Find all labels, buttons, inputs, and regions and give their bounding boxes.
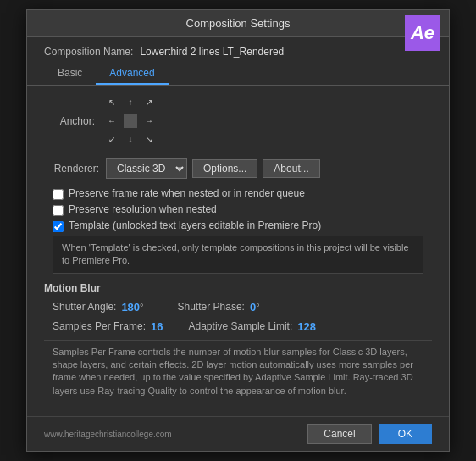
motion-blur-values: Shutter Angle: 180 ° Shutter Phase: 0 ° xyxy=(44,301,432,314)
template-checkbox[interactable] xyxy=(53,221,64,232)
anchor-grid: ↖ ↑ ↗ ← → ↙ ↓ ↘ xyxy=(103,94,158,148)
options-button[interactable]: Options... xyxy=(192,159,257,178)
tabs-container: Basic Advanced xyxy=(27,63,449,86)
shutter-angle-value[interactable]: 180 xyxy=(121,301,140,314)
template-note: When 'Template' is checked, only templat… xyxy=(53,236,423,274)
anchor-row: Anchor: ↖ ↑ ↗ ← → ↙ ↓ ↘ xyxy=(44,94,432,148)
composition-settings-dialog: Composition Settings Ae Composition Name… xyxy=(26,9,450,452)
shutter-phase-label: Shutter Phase: xyxy=(178,301,245,313)
template-label: Template (unlocked text layers editable … xyxy=(69,219,321,231)
renderer-select-wrapper: Classic 3D xyxy=(106,158,187,179)
adaptive-limit-value[interactable]: 128 xyxy=(297,320,316,333)
anchor-s[interactable]: ↓ xyxy=(122,131,139,148)
shutter-phase-value[interactable]: 0 xyxy=(250,301,256,314)
dialog-title: Composition Settings xyxy=(186,17,291,30)
comp-name-label: Composition Name: xyxy=(44,46,133,58)
adaptive-limit-label: Adaptive Sample Limit: xyxy=(189,320,293,332)
samples-note: Samples Per Frame controls the number of… xyxy=(44,340,432,403)
preserve-frame-checkbox[interactable] xyxy=(53,189,64,200)
shutter-phase-unit: ° xyxy=(256,302,259,312)
preserve-frame-label: Preserve frame rate when nested or in re… xyxy=(69,187,305,199)
samples-per-frame-value[interactable]: 16 xyxy=(151,320,163,333)
template-row: Template (unlocked text layers editable … xyxy=(44,219,432,232)
renderer-select[interactable]: Classic 3D xyxy=(106,158,187,179)
samples-row: Samples Per Frame: 16 Adaptive Sample Li… xyxy=(44,320,432,333)
tab-basic[interactable]: Basic xyxy=(44,63,96,85)
adaptive-limit-item: Adaptive Sample Limit: 128 xyxy=(189,320,316,333)
footer-buttons: Cancel OK xyxy=(307,424,432,444)
footer-url: www.heritagechristiancollege.com xyxy=(44,430,172,439)
preserve-res-label: Preserve resolution when nested xyxy=(69,203,217,215)
shutter-angle-label: Shutter Angle: xyxy=(53,301,116,313)
motion-blur-title: Motion Blur xyxy=(44,282,432,294)
shutter-phase-item: Shutter Phase: 0 ° xyxy=(178,301,260,314)
anchor-label: Anchor: xyxy=(44,115,95,127)
footer: www.heritagechristiancollege.com Cancel … xyxy=(27,416,449,451)
samples-per-frame-item: Samples Per Frame: 16 xyxy=(53,320,163,333)
preserve-res-checkbox[interactable] xyxy=(53,205,64,216)
anchor-nw[interactable]: ↖ xyxy=(103,94,120,111)
about-button[interactable]: About... xyxy=(263,159,319,178)
anchor-sw[interactable]: ↙ xyxy=(103,131,120,148)
tab-advanced[interactable]: Advanced xyxy=(96,63,168,85)
anchor-w[interactable]: ← xyxy=(103,113,120,130)
preserve-frame-row: Preserve frame rate when nested or in re… xyxy=(44,187,432,200)
advanced-content: Anchor: ↖ ↑ ↗ ← → ↙ ↓ ↘ Renderer: Classi… xyxy=(27,94,449,411)
samples-per-frame-label: Samples Per Frame: xyxy=(53,320,146,332)
anchor-center[interactable] xyxy=(122,113,139,130)
comp-name-value: Lowerthird 2 lines LT_Rendered xyxy=(140,46,284,58)
renderer-row: Renderer: Classic 3D Options... About... xyxy=(44,158,432,179)
ok-button[interactable]: OK xyxy=(379,424,432,444)
ae-logo: Ae xyxy=(405,15,440,51)
shutter-angle-unit: ° xyxy=(140,302,143,312)
anchor-e[interactable]: → xyxy=(141,113,158,130)
anchor-n[interactable]: ↑ xyxy=(122,94,139,111)
shutter-angle-item: Shutter Angle: 180 ° xyxy=(53,301,144,314)
comp-name-row: Composition Name: Lowerthird 2 lines LT_… xyxy=(27,37,449,63)
cancel-button[interactable]: Cancel xyxy=(307,424,371,444)
preserve-res-row: Preserve resolution when nested xyxy=(44,203,432,216)
anchor-ne[interactable]: ↗ xyxy=(141,94,158,111)
anchor-se[interactable]: ↘ xyxy=(141,131,158,148)
title-bar: Composition Settings Ae xyxy=(27,10,449,37)
renderer-label: Renderer: xyxy=(44,163,99,175)
